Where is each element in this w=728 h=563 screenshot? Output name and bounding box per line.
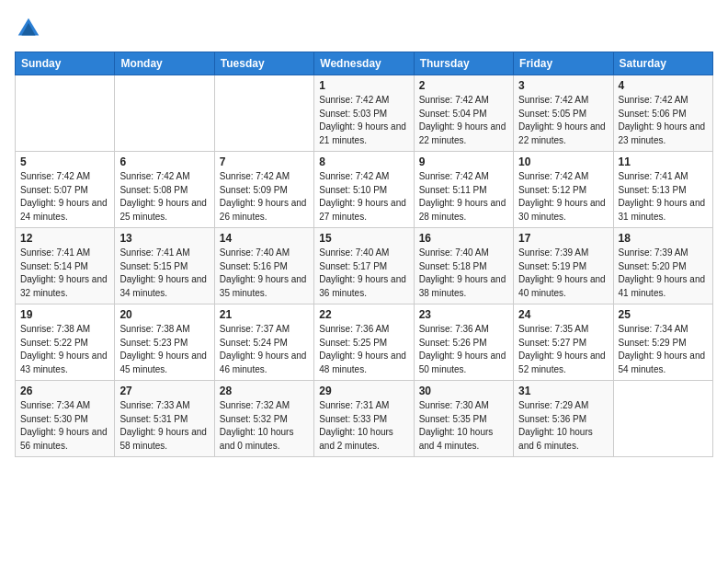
day-number: 4 xyxy=(619,79,708,92)
day-info: Sunrise: 7:33 AM Sunset: 5:31 PM Dayligh… xyxy=(119,399,209,453)
day-info: Sunrise: 7:42 AM Sunset: 5:06 PM Dayligh… xyxy=(619,94,708,147)
day-info: Sunrise: 7:42 AM Sunset: 5:05 PM Dayligh… xyxy=(518,94,608,147)
calendar-cell: 21Sunrise: 7:37 AM Sunset: 5:24 PM Dayli… xyxy=(214,304,313,381)
calendar-cell: 18Sunrise: 7:39 AM Sunset: 5:20 PM Dayli… xyxy=(613,228,712,304)
calendar-cell xyxy=(613,381,712,457)
day-info: Sunrise: 7:34 AM Sunset: 5:30 PM Dayligh… xyxy=(20,399,109,453)
calendar-cell: 14Sunrise: 7:40 AM Sunset: 5:16 PM Dayli… xyxy=(214,228,313,304)
calendar-cell: 24Sunrise: 7:35 AM Sunset: 5:27 PM Dayli… xyxy=(514,304,613,381)
day-info: Sunrise: 7:36 AM Sunset: 5:26 PM Dayligh… xyxy=(419,323,508,376)
calendar-cell: 25Sunrise: 7:34 AM Sunset: 5:29 PM Dayli… xyxy=(613,304,712,381)
day-number: 14 xyxy=(220,232,309,245)
day-number: 28 xyxy=(220,385,309,397)
day-number: 15 xyxy=(319,232,408,245)
day-info: Sunrise: 7:39 AM Sunset: 5:19 PM Dayligh… xyxy=(518,247,608,300)
calendar-cell: 2Sunrise: 7:42 AM Sunset: 5:04 PM Daylig… xyxy=(414,75,513,152)
day-number: 9 xyxy=(419,155,508,168)
weekday-header: Tuesday xyxy=(214,52,313,75)
day-number: 11 xyxy=(619,155,708,168)
day-number: 3 xyxy=(518,79,608,92)
day-info: Sunrise: 7:41 AM Sunset: 5:13 PM Dayligh… xyxy=(619,170,708,224)
day-info: Sunrise: 7:42 AM Sunset: 5:10 PM Dayligh… xyxy=(319,170,408,224)
weekday-header: Wednesday xyxy=(314,52,414,75)
calendar-cell: 10Sunrise: 7:42 AM Sunset: 5:12 PM Dayli… xyxy=(514,152,613,228)
day-info: Sunrise: 7:42 AM Sunset: 5:04 PM Dayligh… xyxy=(419,94,508,147)
day-number: 22 xyxy=(319,308,408,321)
calendar-cell: 9Sunrise: 7:42 AM Sunset: 5:11 PM Daylig… xyxy=(414,152,513,228)
day-number: 2 xyxy=(419,79,508,92)
day-number: 5 xyxy=(20,155,109,168)
page-header xyxy=(15,15,713,42)
day-info: Sunrise: 7:40 AM Sunset: 5:18 PM Dayligh… xyxy=(419,247,508,300)
calendar-cell: 1Sunrise: 7:42 AM Sunset: 5:03 PM Daylig… xyxy=(314,75,414,152)
day-info: Sunrise: 7:29 AM Sunset: 5:36 PM Dayligh… xyxy=(518,399,608,453)
day-info: Sunrise: 7:42 AM Sunset: 5:07 PM Dayligh… xyxy=(20,170,109,224)
calendar-cell: 22Sunrise: 7:36 AM Sunset: 5:25 PM Dayli… xyxy=(314,304,414,381)
day-number: 24 xyxy=(518,308,608,321)
day-number: 18 xyxy=(619,232,708,245)
calendar-cell: 29Sunrise: 7:31 AM Sunset: 5:33 PM Dayli… xyxy=(314,381,414,457)
calendar-cell: 16Sunrise: 7:40 AM Sunset: 5:18 PM Dayli… xyxy=(414,228,513,304)
day-info: Sunrise: 7:30 AM Sunset: 5:35 PM Dayligh… xyxy=(419,399,508,453)
calendar-cell: 3Sunrise: 7:42 AM Sunset: 5:05 PM Daylig… xyxy=(514,75,613,152)
weekday-header: Saturday xyxy=(613,52,712,75)
day-number: 1 xyxy=(319,79,408,92)
day-info: Sunrise: 7:42 AM Sunset: 5:11 PM Dayligh… xyxy=(419,170,508,224)
day-info: Sunrise: 7:38 AM Sunset: 5:23 PM Dayligh… xyxy=(119,323,209,376)
weekday-header: Friday xyxy=(514,52,613,75)
calendar-cell: 31Sunrise: 7:29 AM Sunset: 5:36 PM Dayli… xyxy=(514,381,613,457)
calendar-cell: 12Sunrise: 7:41 AM Sunset: 5:14 PM Dayli… xyxy=(16,228,115,304)
day-info: Sunrise: 7:32 AM Sunset: 5:32 PM Dayligh… xyxy=(220,399,309,453)
calendar-week-row: 1Sunrise: 7:42 AM Sunset: 5:03 PM Daylig… xyxy=(16,75,713,152)
calendar-cell: 26Sunrise: 7:34 AM Sunset: 5:30 PM Dayli… xyxy=(16,381,115,457)
calendar-cell: 20Sunrise: 7:38 AM Sunset: 5:23 PM Dayli… xyxy=(115,304,214,381)
calendar-cell: 7Sunrise: 7:42 AM Sunset: 5:09 PM Daylig… xyxy=(214,152,313,228)
logo-icon xyxy=(15,15,42,42)
calendar-cell xyxy=(16,75,115,152)
calendar-cell: 5Sunrise: 7:42 AM Sunset: 5:07 PM Daylig… xyxy=(16,152,115,228)
day-number: 27 xyxy=(119,385,209,397)
logo xyxy=(15,15,46,42)
day-info: Sunrise: 7:41 AM Sunset: 5:14 PM Dayligh… xyxy=(20,247,109,300)
calendar-cell: 30Sunrise: 7:30 AM Sunset: 5:35 PM Dayli… xyxy=(414,381,513,457)
day-info: Sunrise: 7:41 AM Sunset: 5:15 PM Dayligh… xyxy=(119,247,209,300)
calendar-week-row: 5Sunrise: 7:42 AM Sunset: 5:07 PM Daylig… xyxy=(16,152,713,228)
calendar-cell: 4Sunrise: 7:42 AM Sunset: 5:06 PM Daylig… xyxy=(613,75,712,152)
weekday-header: Thursday xyxy=(414,52,513,75)
calendar-cell: 13Sunrise: 7:41 AM Sunset: 5:15 PM Dayli… xyxy=(115,228,214,304)
day-info: Sunrise: 7:42 AM Sunset: 5:09 PM Dayligh… xyxy=(220,170,309,224)
day-number: 26 xyxy=(20,385,109,397)
day-number: 17 xyxy=(518,232,608,245)
day-info: Sunrise: 7:36 AM Sunset: 5:25 PM Dayligh… xyxy=(319,323,408,376)
calendar-week-row: 26Sunrise: 7:34 AM Sunset: 5:30 PM Dayli… xyxy=(16,381,713,457)
day-number: 13 xyxy=(119,232,209,245)
calendar-cell xyxy=(214,75,313,152)
calendar-cell: 17Sunrise: 7:39 AM Sunset: 5:19 PM Dayli… xyxy=(514,228,613,304)
day-number: 21 xyxy=(220,308,309,321)
day-info: Sunrise: 7:42 AM Sunset: 5:08 PM Dayligh… xyxy=(119,170,209,224)
calendar-week-row: 12Sunrise: 7:41 AM Sunset: 5:14 PM Dayli… xyxy=(16,228,713,304)
day-number: 30 xyxy=(419,385,508,397)
day-number: 23 xyxy=(419,308,508,321)
day-number: 31 xyxy=(518,385,608,397)
calendar-table: SundayMondayTuesdayWednesdayThursdayFrid… xyxy=(15,52,713,457)
weekday-header: Sunday xyxy=(16,52,115,75)
day-number: 10 xyxy=(518,155,608,168)
day-number: 12 xyxy=(20,232,109,245)
day-info: Sunrise: 7:35 AM Sunset: 5:27 PM Dayligh… xyxy=(518,323,608,376)
day-info: Sunrise: 7:42 AM Sunset: 5:03 PM Dayligh… xyxy=(319,94,408,147)
day-info: Sunrise: 7:40 AM Sunset: 5:17 PM Dayligh… xyxy=(319,247,408,300)
day-number: 29 xyxy=(319,385,408,397)
calendar-cell: 8Sunrise: 7:42 AM Sunset: 5:10 PM Daylig… xyxy=(314,152,414,228)
calendar-cell: 23Sunrise: 7:36 AM Sunset: 5:26 PM Dayli… xyxy=(414,304,513,381)
calendar-cell: 15Sunrise: 7:40 AM Sunset: 5:17 PM Dayli… xyxy=(314,228,414,304)
day-info: Sunrise: 7:40 AM Sunset: 5:16 PM Dayligh… xyxy=(220,247,309,300)
calendar-cell xyxy=(115,75,214,152)
day-number: 6 xyxy=(119,155,209,168)
calendar-cell: 11Sunrise: 7:41 AM Sunset: 5:13 PM Dayli… xyxy=(613,152,712,228)
day-info: Sunrise: 7:34 AM Sunset: 5:29 PM Dayligh… xyxy=(619,323,708,376)
calendar-cell: 27Sunrise: 7:33 AM Sunset: 5:31 PM Dayli… xyxy=(115,381,214,457)
weekday-header: Monday xyxy=(115,52,214,75)
day-number: 16 xyxy=(419,232,508,245)
day-number: 25 xyxy=(619,308,708,321)
